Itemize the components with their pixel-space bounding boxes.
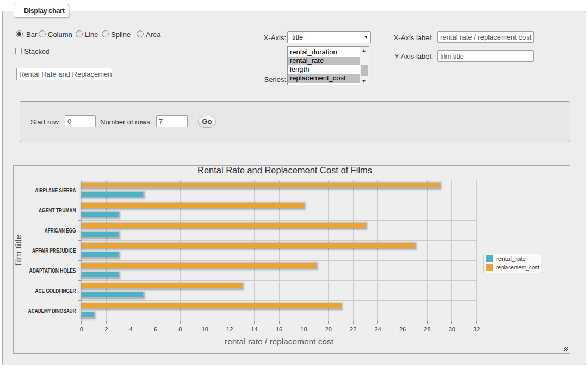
svg-text:rental_rate: rental_rate [496,255,526,262]
svg-text:8: 8 [178,326,182,333]
svg-text:26: 26 [399,326,406,333]
svg-text:4: 4 [129,326,133,333]
svg-text:16: 16 [276,326,282,333]
svg-text:ADAPTATION HOLES: ADAPTATION HOLES [29,268,76,274]
svg-text:replacement_cost: replacement_cost [496,264,539,271]
svg-text:18: 18 [300,326,307,333]
svg-text:film title: film title [14,234,23,266]
svg-text:ACADEMY DINOSAUR: ACADEMY DINOSAUR [28,308,76,314]
svg-text:2: 2 [104,326,108,333]
svg-text:AIRPLANE SIERRA: AIRPLANE SIERRA [35,187,76,193]
svg-text:28: 28 [424,326,430,333]
svg-text:14: 14 [251,326,257,333]
svg-text:0: 0 [80,326,83,333]
svg-text:12: 12 [226,326,233,333]
svg-text:22: 22 [350,326,356,333]
svg-text:24: 24 [374,326,381,333]
svg-text:Rental Rate and Replacement Co: Rental Rate and Replacement Cost of Film… [197,166,372,175]
svg-text:AFRICAN EGG: AFRICAN EGG [45,228,76,234]
svg-text:AFFAIR PREJUDICE: AFFAIR PREJUDICE [32,248,76,254]
svg-text:AGENT TRUMAN: AGENT TRUMAN [39,208,76,214]
svg-text:ACE GOLDFINGER: ACE GOLDFINGER [35,288,77,294]
svg-text:6: 6 [154,326,157,333]
svg-text:rental rate / replacement cost: rental rate / replacement cost [225,337,334,346]
svg-text:20: 20 [325,326,332,333]
svg-text:32: 32 [473,326,480,333]
svg-text:10: 10 [202,326,208,333]
svg-text:30: 30 [449,326,455,333]
